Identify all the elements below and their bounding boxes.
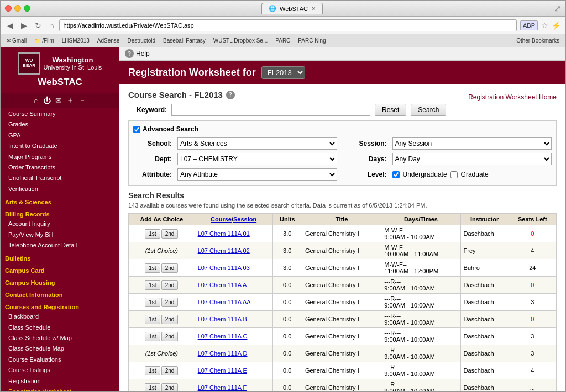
reload-button[interactable]: ↻: [33, 20, 44, 31]
sidebar-item-gpa[interactable]: GPA: [1, 130, 119, 141]
home-button[interactable]: ⌂: [47, 20, 56, 31]
keyword-input[interactable]: [171, 104, 370, 116]
course-search-help-icon[interactable]: ?: [226, 91, 235, 99]
course-link[interactable]: L07 Chem 111A AA: [198, 299, 251, 305]
home-icon[interactable]: ⌂: [34, 96, 38, 105]
semester-select[interactable]: FL2013: [261, 66, 305, 79]
sidebar-icon-bar: ⌂ ⏻ ✉ ＋ －: [1, 93, 119, 108]
first-choice-btn[interactable]: 1st: [145, 280, 160, 290]
first-choice-btn[interactable]: 1st: [145, 366, 160, 375]
sidebar-item-class-schedule-map2[interactable]: Class Schedule Map: [1, 343, 119, 354]
undergraduate-checkbox[interactable]: [392, 171, 400, 178]
adblock-icon[interactable]: ABP: [520, 20, 538, 30]
title-cell: General Chemistry I: [302, 362, 381, 379]
sidebar-item-grades[interactable]: Grades: [1, 119, 119, 130]
first-choice-btn[interactable]: 1st: [145, 383, 160, 392]
gmail-icon: ✉: [7, 38, 11, 44]
second-choice-btn[interactable]: 2nd: [161, 280, 179, 290]
bookmark-destructoid[interactable]: Destructoid: [124, 36, 158, 45]
first-choice-btn[interactable]: 1st: [145, 332, 160, 341]
maximize-button[interactable]: [24, 5, 30, 12]
course-link[interactable]: L07 Chem 111A C: [198, 333, 248, 340]
first-choice-btn[interactable]: 1st: [145, 315, 160, 324]
bookmark-gmail[interactable]: ✉ Gmail: [4, 36, 29, 45]
bookmarks-bar: ✉ Gmail 📁 /Film LHSM2013 AdSense Destruc…: [1, 34, 565, 47]
course-link[interactable]: L07 Chem 111A 01: [198, 230, 250, 237]
add-icon[interactable]: ＋: [66, 96, 74, 105]
extensions-icon[interactable]: ⚡: [552, 21, 561, 30]
address-bar: ◀ ▶ ↻ ⌂ ABP ☆ ⚡: [1, 16, 565, 34]
tab-close-icon[interactable]: ✕: [311, 6, 316, 12]
sidebar-item-reg-worksheet[interactable]: Registration Worksheet: [1, 386, 119, 391]
sidebar-item-registration[interactable]: Registration: [1, 376, 119, 386]
minimize-button[interactable]: [14, 5, 21, 12]
sidebar-item-course-evaluations[interactable]: Course Evaluations: [1, 354, 119, 365]
sidebar-item-unofficial-transcript[interactable]: Unofficial Transcript: [1, 173, 119, 183]
forward-button[interactable]: ▶: [19, 20, 29, 31]
school-select[interactable]: Arts & Sciences: [177, 137, 337, 150]
instructor-cell: Daschbach: [460, 311, 509, 328]
first-choice-btn[interactable]: 1st: [145, 263, 160, 273]
second-choice-btn[interactable]: 2nd: [161, 298, 179, 307]
first-choice-btn[interactable]: 1st: [145, 229, 160, 239]
table-row: 1st 2nd L07 Chem 111A B0.0General Chemis…: [129, 311, 557, 328]
sidebar-item-intent-graduate[interactable]: Intent to Graduate: [1, 141, 119, 151]
close-button[interactable]: [5, 5, 12, 12]
sidebar-item-order-transcripts[interactable]: Order Transcripts: [1, 162, 119, 173]
session-select[interactable]: Any Session: [392, 137, 552, 150]
reg-home-link[interactable]: Registration Worksheet Home: [468, 93, 557, 101]
sidebar-item-account-inquiry[interactable]: Account Inquiry: [1, 219, 119, 229]
bookmark-wustl[interactable]: WUSTL Dropbox Se...: [211, 36, 271, 45]
remove-icon[interactable]: －: [78, 96, 86, 105]
attribute-select[interactable]: Any Attribute: [177, 168, 337, 181]
second-choice-btn[interactable]: 2nd: [161, 229, 179, 239]
browser-tab[interactable]: 🌐 WebSTAC ✕: [261, 3, 323, 14]
star-icon[interactable]: ☆: [541, 21, 548, 30]
reset-button[interactable]: Reset: [375, 104, 406, 116]
second-choice-btn[interactable]: 2nd: [161, 315, 179, 324]
days-select[interactable]: Any Day: [392, 153, 552, 165]
graduate-checkbox[interactable]: [450, 171, 458, 178]
second-choice-btn[interactable]: 2nd: [161, 366, 179, 375]
address-input[interactable]: [59, 19, 517, 31]
sidebar-item-class-schedule[interactable]: Class Schedule: [1, 322, 119, 333]
second-choice-btn[interactable]: 2nd: [161, 263, 179, 273]
daytime-cell: ---R--- 9:00AM - 10:00AM: [381, 362, 460, 379]
sidebar-item-telephone[interactable]: Telephone Account Detail: [1, 240, 119, 251]
sidebar-item-major-programs[interactable]: Major Programs: [1, 152, 119, 162]
bookmark-lhsm[interactable]: LHSM2013: [59, 36, 92, 45]
course-link[interactable]: L07 Chem 111A 02: [198, 247, 250, 254]
course-link[interactable]: L07 Chem 111A B: [198, 316, 247, 322]
advanced-search-checkbox[interactable]: [133, 126, 140, 133]
bookmark-parc[interactable]: PARC: [272, 36, 293, 45]
bookmark-parc-ning[interactable]: PARC Ning: [295, 36, 328, 45]
course-link[interactable]: L07 Chem 111A E: [198, 367, 247, 374]
search-button[interactable]: Search: [411, 104, 446, 116]
sidebar-item-course-summary[interactable]: Course Summary: [1, 109, 119, 119]
restore-icon[interactable]: ⤢: [554, 3, 561, 14]
power-icon[interactable]: ⏻: [43, 96, 51, 105]
sidebar-item-pay-bill[interactable]: Pay/View My Bill: [1, 230, 119, 240]
mail-icon[interactable]: ✉: [55, 96, 62, 105]
seats-cell: 4: [509, 362, 556, 379]
course-link[interactable]: L07 Chem 111A D: [198, 350, 248, 357]
back-button[interactable]: ◀: [5, 20, 15, 31]
bookmark-label: Destructoid: [127, 38, 155, 44]
bookmark-adsense[interactable]: AdSense: [95, 36, 123, 45]
second-choice-btn[interactable]: 2nd: [161, 383, 179, 392]
seats-cell: 24: [509, 259, 556, 277]
course-link[interactable]: L07 Chem 111A F: [198, 384, 247, 391]
first-choice-btn[interactable]: 1st: [145, 298, 160, 307]
sidebar-item-course-listings[interactable]: Course Listings: [1, 365, 119, 375]
bookmark-other[interactable]: Other Bookmarks: [513, 36, 562, 45]
sidebar-item-class-schedule-map[interactable]: Class Schedule w/ Map: [1, 333, 119, 343]
dept-select[interactable]: L07 – CHEMISTRY: [177, 153, 337, 165]
sidebar-item-verification[interactable]: Verification: [1, 184, 119, 194]
bookmark-film[interactable]: 📁 /Film: [32, 36, 57, 45]
course-link[interactable]: L07 Chem 111A 03: [198, 264, 250, 271]
second-choice-btn[interactable]: 2nd: [161, 332, 179, 341]
sidebar-item-blackboard[interactable]: Blackboard: [1, 311, 119, 322]
seats-cell: 0: [509, 225, 556, 242]
bookmark-baseball[interactable]: Baseball Fantasy: [160, 36, 208, 45]
course-link[interactable]: L07 Chem 111A A: [198, 282, 247, 288]
